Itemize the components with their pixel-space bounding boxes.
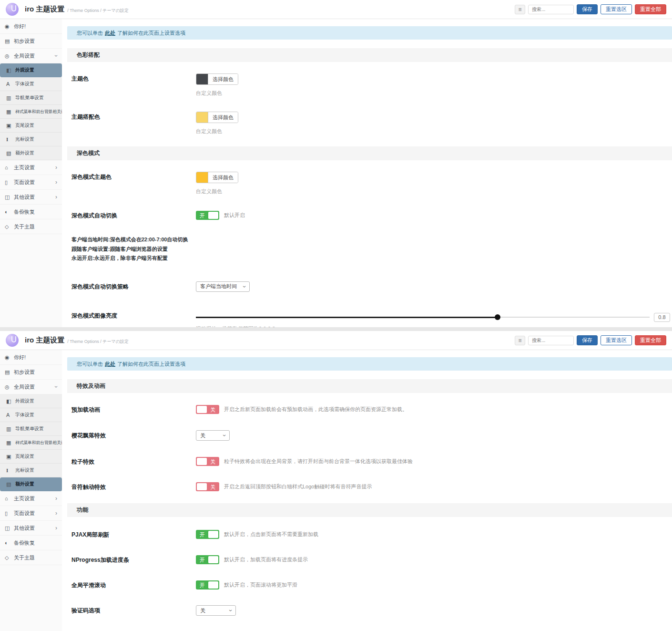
particle-toggle[interactable]: 关 xyxy=(196,457,219,466)
sidebar-item-page[interactable]: ▯页面设置› xyxy=(0,175,62,190)
sakura-effect-select[interactable]: 关 › xyxy=(196,430,230,441)
reset-all-button[interactable]: 重置全部 xyxy=(635,335,666,345)
setting-row-dark-strategy: 深色模式自动切换策略 客户端当地时间 › xyxy=(67,281,672,292)
sidebar-subgroup-global: ◧外观设置 A字体设置 ▥导航菜单设置 ▦样式菜单和前台背景相关设置 ▣页尾设置… xyxy=(0,394,62,491)
chevron-down-icon: › xyxy=(53,386,60,388)
toggle-state-label: 关 xyxy=(210,484,215,491)
help-banner: 您可以单击 此处 了解如何在此页面上设置选项 xyxy=(67,357,672,371)
sidebar-item-about[interactable]: ◇关于主题 xyxy=(0,219,62,234)
sidebar-item-backup[interactable]: ◐备份恢复 xyxy=(0,536,62,550)
sidebar-item-hello[interactable]: ◉你好! xyxy=(0,350,62,365)
toggle-knob xyxy=(208,581,218,589)
sidebar-item-style-menu-background[interactable]: ▦样式菜单和前台背景相关设置 xyxy=(0,436,62,450)
sidebar-item-extra[interactable]: ▧额外设置 xyxy=(0,477,62,491)
note-effect-toggle[interactable]: 关 xyxy=(196,482,219,491)
setting-label: 樱花飘落特效 xyxy=(71,430,196,441)
sidebar-item-homepage[interactable]: ⌂主页设置› xyxy=(0,491,62,506)
sidebar-item-label: 字体设置 xyxy=(15,81,34,87)
sidebar-item-label: 页尾设置 xyxy=(15,122,34,129)
sidebar-item-initial-setup[interactable]: ▤初步设置 xyxy=(0,365,62,380)
captcha-select[interactable]: 关 › xyxy=(196,605,236,616)
sidebar-item-page[interactable]: ▯页面设置› xyxy=(0,506,62,521)
pick-color-button[interactable]: 选择颜色 xyxy=(208,112,238,123)
sidebar-item-font[interactable]: A字体设置 xyxy=(0,77,62,91)
chevron-right-icon: › xyxy=(55,495,57,502)
search-input[interactable] xyxy=(528,5,574,14)
sidebar-item-extra[interactable]: ▧额外设置 xyxy=(0,146,62,160)
reset-section-button[interactable]: 重置选区 xyxy=(601,335,632,345)
dark-color-picker[interactable]: 选择颜色 xyxy=(196,172,238,183)
brightness-slider[interactable] xyxy=(196,317,650,318)
brightness-value-input[interactable] xyxy=(654,313,670,322)
dark-strategy-select[interactable]: 客户端当地时间 › xyxy=(196,281,250,292)
setting-row-dark-theme-color: 深色模式主题色 选择颜色 自定义颜色 xyxy=(67,172,672,195)
help-link[interactable]: 此处 xyxy=(105,30,115,37)
preload-toggle[interactable]: 关 xyxy=(196,405,219,414)
reset-section-button[interactable]: 重置选区 xyxy=(601,4,632,14)
sidebar-item-label: 页面设置 xyxy=(14,179,35,186)
pick-color-button[interactable]: 选择颜色 xyxy=(208,74,238,84)
global-settings-icon: ◎ xyxy=(5,384,12,390)
save-button[interactable]: 保存 xyxy=(577,335,598,345)
sidebar-item-nav-menu[interactable]: ▥导航菜单设置 xyxy=(0,91,62,105)
menu-icon[interactable]: ≡ xyxy=(515,5,525,14)
help-link[interactable]: 此处 xyxy=(105,361,115,368)
smooth-scroll-toggle[interactable]: 开 xyxy=(196,580,219,590)
pjax-toggle[interactable]: 开 xyxy=(196,530,219,539)
setting-row-captcha: 验证码选项 关 › xyxy=(67,605,672,616)
color-swatch[interactable] xyxy=(196,74,208,84)
sidebar: ◉你好! ▤初步设置 ◎全局设置› ◧外观设置 A字体设置 ▥导航菜单设置 ▦样… xyxy=(0,19,62,327)
sidebar-item-other[interactable]: ◫其他设置› xyxy=(0,190,62,205)
sidebar-item-footer[interactable]: ▣页尾设置 xyxy=(0,119,62,133)
sidebar-item-cursor[interactable]: I光标设置 xyxy=(0,464,62,477)
sidebar-item-backup[interactable]: ◐备份恢复 xyxy=(0,205,62,219)
sidebar-item-font[interactable]: A字体设置 xyxy=(0,408,62,422)
initial-setup-icon: ▤ xyxy=(5,38,12,44)
sidebar-item-appearance[interactable]: ◧外观设置 xyxy=(0,63,62,77)
sidebar-item-label: 光标设置 xyxy=(15,136,34,143)
setting-label: PJAX局部刷新 xyxy=(71,529,196,539)
sidebar-item-nav-menu[interactable]: ▥导航菜单设置 xyxy=(0,422,62,436)
screens-divider xyxy=(0,327,672,331)
section-header-colors: 色彩搭配 xyxy=(67,48,672,62)
color-swatch[interactable] xyxy=(196,112,208,123)
page-title: iro 主题设置 xyxy=(25,336,64,345)
sidebar-item-hello[interactable]: ◉你好! xyxy=(0,19,62,34)
accent-color-picker[interactable]: 选择颜色 xyxy=(196,112,238,123)
menu-icon[interactable]: ≡ xyxy=(515,336,525,345)
sidebar-item-label: 外观设置 xyxy=(15,398,34,404)
cursor-icon: I xyxy=(6,467,13,473)
slider-handle[interactable] xyxy=(495,314,500,320)
sidebar-item-footer[interactable]: ▣页尾设置 xyxy=(0,450,62,464)
search-input[interactable] xyxy=(528,336,574,345)
sidebar-item-label: 额外设置 xyxy=(15,150,34,156)
style-menu-icon: ▦ xyxy=(6,440,13,446)
sidebar-item-cursor[interactable]: I光标设置 xyxy=(0,133,62,146)
backup-icon: ◐ xyxy=(5,540,12,546)
setting-description: 默认开启 xyxy=(224,212,245,219)
nprogress-toggle[interactable]: 开 xyxy=(196,555,219,564)
color-swatch[interactable] xyxy=(196,172,208,183)
page-icon: ▯ xyxy=(5,179,12,186)
theme-color-picker[interactable]: 选择颜色 xyxy=(196,73,238,85)
sidebar-item-initial-setup[interactable]: ▤初步设置 xyxy=(0,34,62,49)
sidebar-item-appearance[interactable]: ◧外观设置 xyxy=(0,394,62,408)
sidebar-item-global-settings[interactable]: ◎全局设置› xyxy=(0,49,62,63)
setting-description: 默认开启，加载页面将有进度条提示 xyxy=(224,556,308,563)
setting-row-dark-auto-switch: 深色模式自动切换 开 默认开启 xyxy=(67,210,672,220)
setting-row-particle-effect: 粒子特效 关 粒子特效将会出现在全局背景，请打开封面与前台背景一体化选项以获取最… xyxy=(67,456,672,466)
select-value: 客户端当地时间 xyxy=(200,283,237,290)
sidebar-item-other[interactable]: ◫其他设置› xyxy=(0,521,62,536)
setting-hint: 自定义颜色 xyxy=(196,128,672,135)
sidebar-item-homepage[interactable]: ⌂主页设置› xyxy=(0,160,62,175)
save-button[interactable]: 保存 xyxy=(577,4,598,14)
sidebar-item-about[interactable]: ◇关于主题 xyxy=(0,550,62,565)
dark-auto-switch-toggle[interactable]: 开 xyxy=(196,211,219,220)
setting-row-pjax: PJAX局部刷新 开 默认开启，点击新页面将不需要重新加载 xyxy=(67,529,672,539)
sidebar-item-style-menu-background[interactable]: ▦样式菜单和前台背景相关设置 xyxy=(0,105,62,119)
hello-icon: ◉ xyxy=(5,23,12,30)
dark-mode-info-block: 客户端当地时间:深色模式会在22:00-7:00自动切换 跟随客户端设置:跟随客… xyxy=(67,235,672,263)
reset-all-button[interactable]: 重置全部 xyxy=(635,4,666,14)
pick-color-button[interactable]: 选择颜色 xyxy=(208,172,238,183)
sidebar-item-global-settings[interactable]: ◎全局设置› xyxy=(0,380,62,394)
